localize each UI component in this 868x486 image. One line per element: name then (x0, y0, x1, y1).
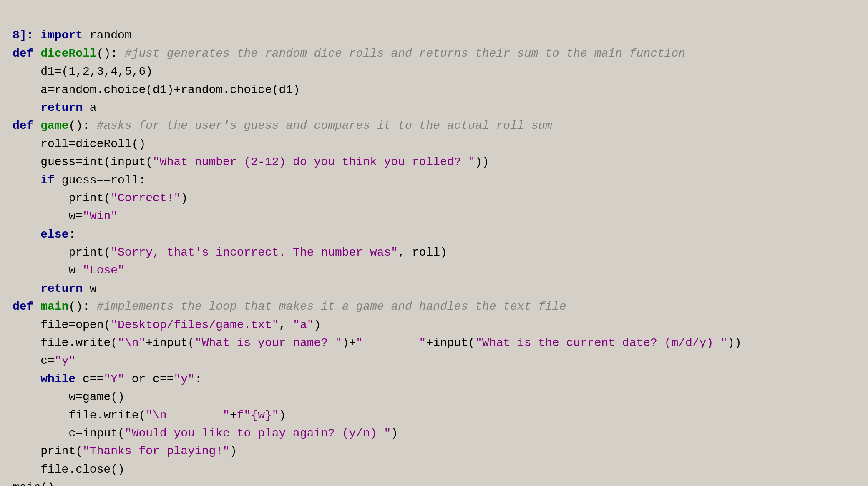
code-text: a (83, 101, 97, 114)
fn-main: main (40, 300, 68, 313)
code-text: random (83, 29, 132, 42)
string-8: "\n" (118, 336, 146, 349)
string-2: "Correct!" (111, 192, 181, 205)
code-text: +input( (146, 336, 195, 349)
keyword-return-2: return (40, 282, 83, 295)
comment-2: #asks for the user's guess and compares … (97, 119, 552, 132)
string-14: "y" (174, 373, 195, 386)
code-block: 8]: import random def diceRoll(): #just … (13, 8, 855, 486)
keyword-if: if (40, 174, 55, 187)
code-text (33, 119, 40, 132)
code-text: (): (97, 47, 125, 60)
comment-1: #just generates the random dice rolls an… (125, 47, 685, 60)
string-3: "Win" (83, 210, 118, 223)
string-9: "What is your name? " (195, 336, 342, 349)
string-17: "Thanks for playing!" (83, 445, 230, 458)
string-4: "Sorry, that's incorrect. The number was… (111, 246, 398, 259)
keyword-return-1: return (40, 101, 83, 114)
code-text (13, 373, 40, 386)
keyword-else: else (40, 228, 68, 241)
fn-diceroll: diceRoll (40, 47, 96, 60)
comment-3: #implements the loop that makes it a gam… (97, 300, 566, 313)
code-text: + (230, 409, 237, 422)
keyword-def-3: def (13, 300, 33, 313)
code-text: (): (68, 119, 96, 132)
keyword-def-2: def (13, 119, 33, 132)
string-7: "a" (293, 318, 314, 331)
code-text: (): (68, 300, 96, 313)
string-16: "Would you like to play again? (y/n) " (125, 427, 391, 440)
string-12: "y" (55, 354, 75, 367)
keyword-while: while (40, 373, 75, 386)
fn-game: game (40, 119, 68, 132)
code-text: file=open( (13, 318, 111, 331)
code-text: , (279, 318, 293, 331)
code-text: )+ (342, 336, 356, 349)
code-text: roll=diceRoll() guess=int(input( (13, 138, 153, 168)
string-13: "Y" (103, 373, 124, 386)
code-text (13, 228, 40, 241)
string-10: " " (356, 336, 426, 349)
code-text (13, 282, 40, 295)
code-text (33, 300, 40, 313)
string-6: "Desktop/files/game.txt" (111, 318, 279, 331)
code-text (33, 47, 40, 60)
string-1: "What number (2-12) do you think you rol… (153, 155, 475, 168)
fstring-1: f"{w}" (237, 409, 279, 422)
code-text: +input( (426, 336, 475, 349)
string-5: "Lose" (83, 264, 125, 277)
keyword-import: import (40, 29, 83, 42)
code-text: c== (75, 373, 103, 386)
code-container: 8]: import random def diceRoll(): #just … (0, 0, 868, 486)
code-text: w (83, 282, 97, 295)
string-15: "\n " (146, 409, 230, 422)
code-text: or c== (125, 373, 174, 386)
string-11: "What is the current date? (m/d/y) " (475, 336, 727, 349)
cell-number: 8]: (13, 29, 40, 42)
keyword-def-1: def (13, 47, 33, 60)
